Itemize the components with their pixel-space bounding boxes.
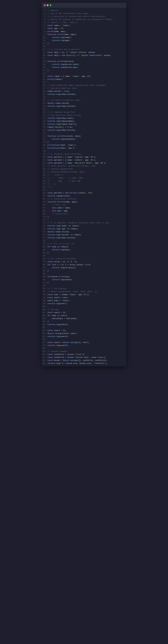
line-number: 76 [42,234,47,236]
line-content: console.log(key); [47,248,126,251]
line-content: } [47,281,126,284]
code-line: 20 console.log(person.age); [42,66,126,69]
code-line: 51const person2 = { name: 'anders', age:… [42,158,126,162]
line-content: this.name = name; [47,206,126,210]
code-line: 109Object.assign(user4, user); [42,332,126,335]
line-content: } [47,251,126,254]
line-number: 53 [42,164,47,168]
line-number: 21 [42,69,47,72]
line-content: // old way [47,308,126,311]
line-content: // console.log(person4); [47,168,126,170]
line-content: console.log('age' in robyn); [47,228,126,230]
line-number: 111 [42,338,47,341]
line-number: 99 [42,302,47,305]
line-content: // key should be always string [47,114,126,117]
code-line: 8print(name, age); [42,30,126,33]
line-content: // 6. for..in vs for..of [47,242,126,245]
line-number: 65 [42,200,47,204]
line-content: } [47,69,126,72]
line-number: 46 [42,144,47,147]
line-number: 70 [42,216,47,218]
line-number: 67 [42,206,47,210]
code-line: 76console.log('hasJob' in robyn); [42,234,126,236]
code-line: 99console.log(user); [42,302,126,305]
line-number: 4 [42,18,47,21]
maximize-button[interactable] [50,4,51,6]
code-line: 46printValue(robyn, 'name'); [42,144,126,147]
minimize-button[interactable] [47,4,49,6]
line-content: // return this; [47,212,126,216]
code-line: 86for (let i = 0; i < array.length; i++)… [42,263,126,266]
code-line: 114 [42,347,126,350]
code-line: 44 console.log(obj[key]); [42,138,126,141]
line-content: const confetti1 = {color:'frost'}; [47,353,126,356]
line-content: // Objects [47,9,126,12]
line-number: 82 [42,251,47,254]
line-number: 79 [42,242,47,245]
line-content: console.log(robyn.hasJob); [47,129,126,132]
line-content: // 4. Constructor Function [47,198,126,200]
code-line: 66 // this = {}; [42,204,126,206]
line-number: 106 [42,323,47,326]
line-number: 8 [42,30,47,33]
code-line: 32delete robyn.hasJob; [42,102,126,105]
line-content: // Nearly all objects in JavaScript are … [47,18,126,21]
line-content: console.log(age); [47,39,126,42]
line-content: delete robyn.hasJob; [47,102,126,105]
code-line: 48 [42,150,126,153]
line-number: 50 [42,156,47,158]
line-number: 38 [42,120,47,123]
code-line: 87 console.log(array[i]); [42,266,126,269]
line-content: const person2 = { name: 'anders', age: 4… [47,158,126,162]
line-number: 42 [42,132,47,135]
close-button[interactable] [44,4,46,6]
code-line: 88} [42,269,126,272]
line-content: console.log('name' in robyn); [47,224,126,228]
line-number: 45 [42,141,47,144]
line-number: 32 [42,102,47,105]
line-number: 116 [42,353,47,356]
code-line: 28robyn.hasJob = true; [42,90,126,93]
line-number: 18 [42,60,47,63]
line-content: // 2. Computed properties [47,111,126,114]
line-number: 16 [42,54,47,57]
code-line: 117const confetti2 = {color:'butter milk… [42,356,126,359]
line-number: 41 [42,129,47,132]
code-line: 103for (key in user){ [42,314,126,317]
line-number: 86 [42,263,47,266]
line-content: console.log(user4); [47,335,126,338]
line-content: for(value of array){ [47,275,126,278]
code-line: 3// a collection of related data and/or … [42,15,126,18]
line-number: 92 [42,281,47,284]
code-line: 43function printValue(obj, key){ [42,135,126,138]
code-line: 41console.log(robyn.hasJob); [42,129,126,132]
line-number: 62 [42,192,47,194]
code-line: 59// }; [42,182,126,186]
code-window: 1// Objects2// one of the JavaScript's d… [42,3,126,366]
code-line: 25 [42,81,126,84]
code-line: 98user2.name = 'haley'; [42,299,126,302]
line-number: 104 [42,317,47,320]
line-number: 100 [42,305,47,308]
line-content: console.log(robyn.hasJob); [47,105,126,108]
line-content: function printValue(obj, key){ [47,135,126,138]
line-number: 11 [42,39,47,42]
line-number: 23 [42,75,47,78]
line-content: function Person(name, age){ [47,200,126,204]
code-line: 4// Nearly all objects in JavaScript are… [42,18,126,21]
line-number: 109 [42,332,47,335]
line-number: 118 [42,359,47,362]
code-line: 37console.log(robyn.name); [42,117,126,120]
code-line: 57// name, // name: name, [42,176,126,180]
line-number: 51 [42,158,47,162]
line-number: 73 [42,224,47,228]
code-line: 50const person1 = { name: 'sigrid', age:… [42,156,126,158]
line-number: 78 [42,239,47,242]
code-line: 73console.log('name' in robyn); [42,224,126,228]
line-number: 59 [42,182,47,186]
line-number: 71 [42,218,47,222]
code-line: 6const name = 'robyn'; [42,24,126,27]
code-line: 49// 3. Property value shorthand [42,153,126,156]
code-line: 92} [42,281,126,284]
line-number: 15 [42,51,47,54]
